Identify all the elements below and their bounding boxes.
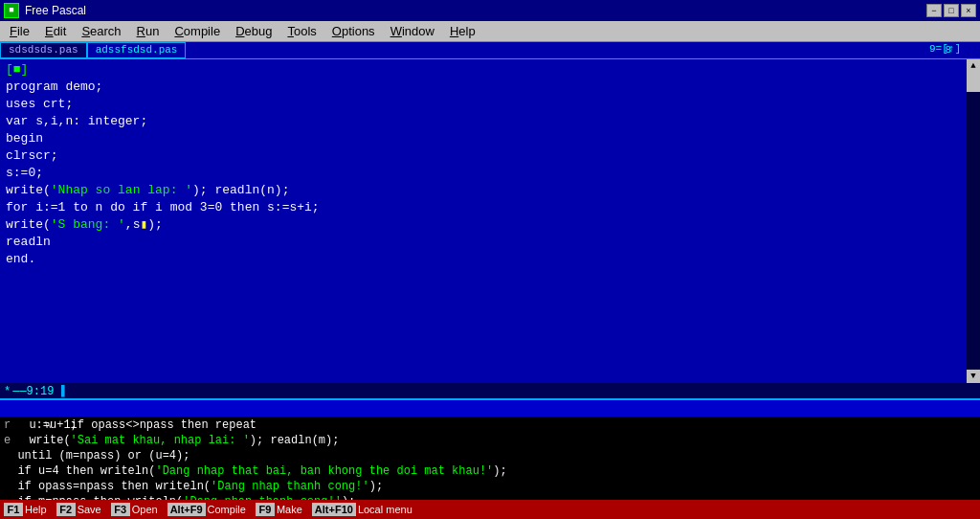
window-controls: − □ × bbox=[926, 4, 976, 17]
code-line-16 bbox=[6, 337, 974, 354]
code-line-11: end. bbox=[6, 251, 974, 268]
menu-edit[interactable]: Edit bbox=[37, 22, 74, 40]
scroll-up[interactable]: ▲ bbox=[967, 59, 980, 73]
code-line-5: clrscr; bbox=[6, 147, 974, 165]
status-line: ── bbox=[12, 385, 26, 398]
menu-options[interactable]: Options bbox=[324, 22, 383, 40]
sec-line-6: if opass=npass then writeln('Dang nhap t… bbox=[0, 478, 980, 493]
code-line-15 bbox=[6, 320, 974, 337]
tab-sdsdsds[interactable]: sdsdsds.pas bbox=[0, 42, 87, 58]
code-line-9: write('S bang: ',s▮); bbox=[6, 216, 974, 234]
code-indicator: [■] bbox=[6, 61, 974, 79]
code-line-4: begin bbox=[6, 130, 974, 147]
secondary-panel[interactable]: w if opass<>npass then repeat r u:=u+1; … bbox=[0, 398, 980, 500]
scroll-track[interactable] bbox=[967, 73, 980, 370]
sec-line-5: if u=4 then writeln('Dang nhap that bai,… bbox=[0, 463, 980, 478]
menu-search[interactable]: Search bbox=[74, 22, 128, 40]
menu-window[interactable]: Window bbox=[383, 22, 442, 40]
editor-area[interactable]: sdsdsds.pas adssfsdsd.pas 9=[↑] 8 [■] pr… bbox=[0, 42, 980, 398]
menu-help[interactable]: Help bbox=[442, 22, 483, 40]
title-text: Free Pascal bbox=[25, 4, 86, 17]
menu-compile[interactable]: Compile bbox=[167, 22, 228, 40]
sec-line-3: e write('Sai mat khau, nhap lai: '); rea… bbox=[0, 432, 980, 447]
tab-adssfsdsd[interactable]: adssfsdsd.pas bbox=[87, 42, 187, 58]
minimize-button[interactable]: − bbox=[926, 4, 942, 17]
tab-number-left: 8 bbox=[945, 44, 951, 56]
code-line-6: s:=0; bbox=[6, 165, 974, 182]
title-bar: ■ Free Pascal − □ × bbox=[0, 0, 980, 21]
key-f3[interactable]: F3 bbox=[111, 503, 130, 516]
label-local-menu: Local menu bbox=[358, 504, 412, 515]
key-f2[interactable]: F2 bbox=[56, 503, 76, 516]
menu-file[interactable]: File bbox=[2, 22, 37, 40]
menu-bar: File Edit Search Run Compile Debug Tools… bbox=[0, 21, 980, 42]
menu-run[interactable]: Run bbox=[129, 22, 167, 40]
tab-bar: sdsdsds.pas adssfsdsd.pas 9=[↑] 8 bbox=[0, 42, 980, 59]
main-container: sdsdsds.pas adssfsdsd.pas 9=[↑] 8 [■] pr… bbox=[0, 42, 980, 519]
key-f1[interactable]: F1 bbox=[4, 503, 23, 516]
status-indicator: * bbox=[4, 385, 11, 398]
key-altf10[interactable]: Alt+F10 bbox=[312, 503, 356, 516]
scroll-down[interactable]: ▼ bbox=[967, 370, 980, 383]
code-line-3: var s,i,n: integer; bbox=[6, 113, 974, 130]
label-make: Make bbox=[277, 504, 302, 515]
code-line-14 bbox=[6, 303, 974, 320]
sec-line-4: until (m=npass) or (u=4); bbox=[0, 447, 980, 463]
label-save: Save bbox=[78, 504, 101, 515]
code-editor[interactable]: [■] program demo; uses crt; var s,i,n: i… bbox=[0, 59, 980, 383]
bottom-bar: F1 Help F2 Save F3 Open Alt+F9 Compile F… bbox=[0, 500, 980, 519]
sec-line-highlighted: w if opass<>npass then repeat bbox=[0, 400, 980, 417]
label-open: Open bbox=[132, 504, 158, 515]
close-button[interactable]: × bbox=[961, 4, 976, 17]
key-f9[interactable]: F9 bbox=[256, 503, 275, 516]
scroll-thumb[interactable] bbox=[967, 73, 980, 92]
code-line-10: readln bbox=[6, 234, 974, 251]
code-line-7: write('Nhap so lan lap: '); readln(n); bbox=[6, 182, 974, 199]
menu-tools[interactable]: Tools bbox=[279, 22, 323, 40]
title-left: ■ Free Pascal bbox=[4, 3, 86, 18]
status-position: 9:19 bbox=[27, 385, 55, 398]
code-line-2: uses crt; bbox=[6, 96, 974, 113]
status-scroll: ▐ bbox=[57, 385, 64, 398]
scrollbar-right[interactable]: ▲ ▼ bbox=[967, 59, 980, 383]
code-line-1: program demo; bbox=[6, 79, 974, 96]
code-line-12 bbox=[6, 268, 974, 285]
code-line-13 bbox=[6, 285, 974, 303]
app-icon: ■ bbox=[4, 3, 19, 18]
sec-line-7: if m=npass then writeln('Dang nhap thanh… bbox=[0, 493, 980, 500]
key-altf9[interactable]: Alt+F9 bbox=[167, 503, 206, 516]
code-line-8: for i:=1 to n do if i mod 3=0 then s:=s+… bbox=[6, 199, 974, 216]
label-compile: Compile bbox=[208, 504, 246, 515]
maximize-button[interactable]: □ bbox=[944, 4, 959, 17]
menu-debug[interactable]: Debug bbox=[228, 22, 279, 40]
label-help: Help bbox=[25, 504, 47, 515]
